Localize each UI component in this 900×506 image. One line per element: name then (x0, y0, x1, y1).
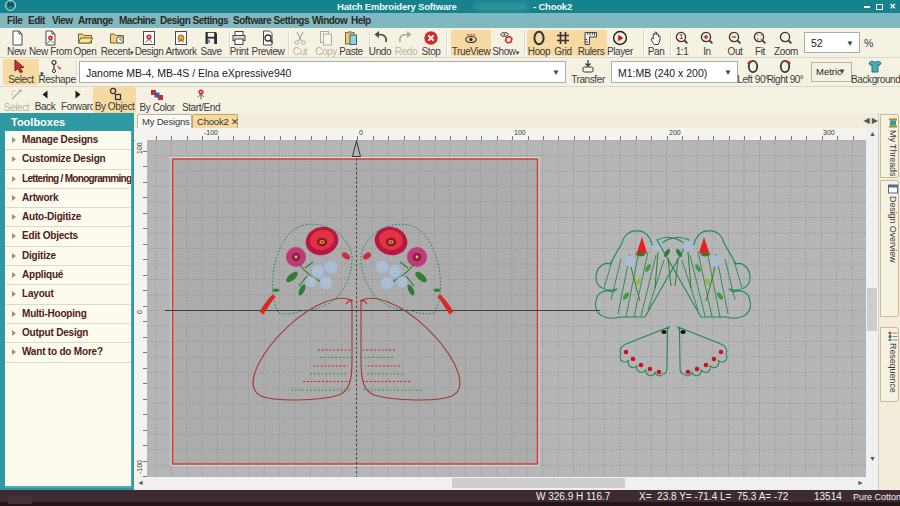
svg-text:1: 1 (679, 33, 683, 40)
